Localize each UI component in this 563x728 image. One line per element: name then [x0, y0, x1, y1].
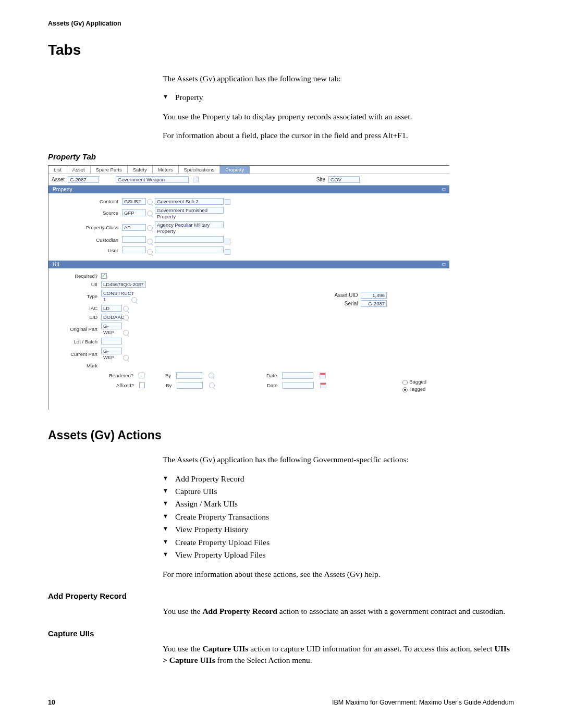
asset-desc-field[interactable]: Government Weapon [116, 176, 189, 183]
custodian-field[interactable] [122, 236, 146, 243]
tab-meters[interactable]: Meters [153, 166, 179, 174]
uii-form-area: Required? UII LD45678QG-2087 Type CONSTR… [48, 268, 449, 410]
heading-capture-uiis: Capture UIIs [48, 629, 514, 638]
section-title: UII [53, 262, 59, 267]
affixed-label: Affixed? [116, 382, 134, 388]
tab-safety[interactable]: Safety [128, 166, 153, 174]
site-label: Site [316, 177, 325, 182]
rendered-row: Rendered? By Date [52, 370, 446, 380]
affixed-checkbox[interactable] [139, 382, 145, 388]
lookup-icon[interactable] [209, 373, 214, 378]
required-label: Required? [53, 273, 100, 280]
property-tab-screenshot: List Asset Spare Parts Safety Meters Spe… [48, 165, 449, 410]
type-label: Type [53, 289, 100, 303]
tab-row: List Asset Spare Parts Safety Meters Spe… [48, 166, 449, 174]
assetuid-field[interactable]: 1,496 [361, 292, 387, 299]
propclass-field[interactable]: AP [122, 224, 146, 231]
user-field[interactable] [122, 246, 146, 253]
heading-add-property: Add Property Record [48, 591, 514, 600]
list-item: Create Property Upload Files [163, 537, 514, 548]
heading-actions: Assets (Gv) Actions [48, 428, 514, 442]
section-title: Property [53, 187, 72, 192]
eid-field[interactable]: DODAAC [101, 314, 122, 320]
bagged-label: Bagged [409, 379, 426, 385]
date-label: Date [267, 382, 277, 388]
source-field[interactable]: GFP [122, 209, 146, 216]
list-item: View Property History [163, 524, 514, 535]
by-label: By [166, 382, 172, 388]
property-form-area: Contract GSUB2 Government Sub 2 Source G… [48, 193, 449, 261]
lookup-icon[interactable] [147, 199, 153, 205]
tab-spare[interactable]: Spare Parts [91, 166, 128, 174]
heading-tabs: Tabs [48, 42, 514, 58]
affixed-date-field[interactable] [283, 382, 314, 389]
tab-list[interactable]: List [48, 166, 67, 174]
tab-specs[interactable]: Specifications [179, 166, 221, 174]
lookup-icon[interactable] [147, 239, 153, 244]
curpart-field[interactable]: G-WEP [101, 348, 122, 354]
contract-desc-field[interactable]: Government Sub 2 [155, 198, 224, 205]
long-description-icon[interactable] [193, 177, 199, 182]
page: Assets (Gv) Application Tabs The Assets … [0, 0, 563, 728]
source-desc-field[interactable]: Government Furnished Property [155, 207, 224, 214]
rendered-by-field[interactable] [176, 372, 202, 379]
long-description-icon[interactable] [225, 199, 230, 205]
curpart-label: Current Part [53, 347, 100, 361]
text: You use the Property tab to display prop… [163, 111, 514, 122]
propclass-desc-field[interactable]: Agency Peculiar Military Property [155, 221, 224, 228]
tab-asset[interactable]: Asset [67, 166, 91, 174]
by-label: By [165, 373, 171, 378]
rendered-label: Rendered? [109, 373, 133, 378]
bag-tag-radios: Bagged Tagged [402, 378, 426, 393]
asset-header-row: Asset G-2087 Government Weapon Site GOV [48, 174, 449, 186]
iac-label: IAC [53, 304, 100, 312]
lookup-icon[interactable] [123, 330, 129, 336]
contract-field[interactable]: GSUB2 [122, 198, 146, 205]
tagged-radio[interactable] [402, 387, 408, 392]
origpart-field[interactable]: G-WEP [101, 323, 122, 329]
list-item: Create Property Transactions [163, 511, 514, 523]
lookup-icon[interactable] [123, 315, 129, 320]
calendar-icon[interactable] [320, 382, 326, 388]
assetuid-label: Asset UID [334, 292, 358, 298]
text: The Assets (Gv) application has the foll… [163, 73, 514, 84]
prose-add-property: You use the Add Property Record action t… [163, 606, 514, 617]
lookup-icon[interactable] [131, 297, 137, 303]
lookup-icon[interactable] [123, 355, 129, 361]
origpart-label: Original Part [53, 322, 100, 336]
list-item: Assign / Mark UIIs [163, 498, 514, 510]
lookup-icon[interactable] [123, 306, 129, 312]
lookup-icon[interactable] [147, 249, 153, 255]
serial-field[interactable]: G-2087 [361, 300, 387, 307]
minimize-icon[interactable]: ▭ [442, 261, 446, 267]
required-checkbox[interactable] [101, 273, 107, 279]
rendered-date-field[interactable] [282, 372, 313, 379]
affixed-by-field[interactable] [177, 382, 203, 389]
custodian-desc-field[interactable] [155, 236, 224, 243]
minimize-icon[interactable]: ▭ [442, 186, 446, 192]
section-property: Property ▭ [48, 186, 449, 193]
serial-label: Serial [345, 301, 358, 306]
rendered-checkbox[interactable] [139, 373, 144, 378]
user-desc-field[interactable] [155, 246, 224, 253]
tab-property[interactable]: Property [220, 166, 250, 174]
site-field[interactable]: GOV [328, 176, 360, 183]
text: For information about a field, place the… [163, 130, 514, 141]
long-description-icon[interactable] [225, 239, 230, 244]
asset-field[interactable]: G-2087 [68, 176, 99, 183]
prose-tabs: The Assets (Gv) application has the foll… [163, 73, 514, 142]
lot-field[interactable] [101, 338, 122, 344]
uii-field[interactable]: LD45678QG-2087 [101, 281, 146, 288]
type-field[interactable]: CONSTRUCT 1 [101, 290, 130, 297]
bagged-radio[interactable] [402, 380, 408, 385]
long-description-icon[interactable] [225, 249, 230, 255]
tagged-label: Tagged [409, 386, 425, 392]
list-item: Add Property Record [163, 473, 514, 485]
lookup-icon[interactable] [147, 211, 153, 216]
calendar-icon[interactable] [320, 373, 326, 378]
lookup-icon[interactable] [209, 382, 215, 388]
asset-label: Asset [52, 177, 65, 182]
lookup-icon[interactable] [147, 225, 153, 231]
date-label: Date [266, 373, 277, 378]
iac-field[interactable]: LD [101, 305, 122, 312]
